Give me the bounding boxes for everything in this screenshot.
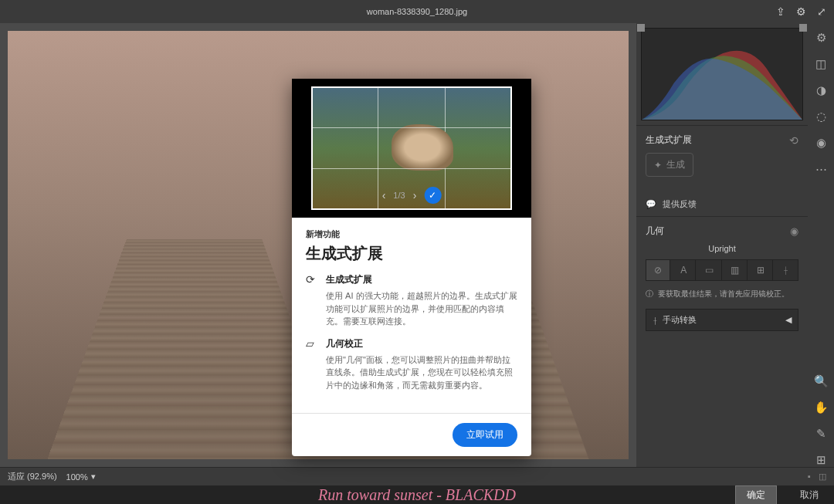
filename: woman-8338390_1280.jpg <box>367 7 467 16</box>
feature-title: 几何校正 <box>326 337 517 350</box>
section-title: 生成式扩展 <box>646 134 692 147</box>
try-now-button[interactable]: 立即试用 <box>453 423 517 447</box>
gear-icon[interactable]: ⚙ <box>796 5 806 18</box>
crop-icon[interactable]: ◫ <box>815 57 826 71</box>
sparkle-icon: ✦ <box>654 160 662 171</box>
watermark: Run toward sunset - BLACKDD <box>318 486 516 504</box>
cancel-button[interactable]: 取消 <box>800 489 819 502</box>
feature-title: 生成式扩展 <box>326 273 517 286</box>
redeye-icon[interactable]: ◉ <box>816 136 826 150</box>
expand-icon[interactable]: ◀ <box>785 315 792 325</box>
upright-level[interactable]: ▭ <box>697 260 721 280</box>
upright-off[interactable]: ⊘ <box>646 260 670 280</box>
feature-item: ▱ 几何校正 使用"几何"面板，您可以调整照片的扭曲并帮助拉直线条。借助生成式扩… <box>306 337 517 392</box>
hand-icon[interactable]: ✋ <box>814 401 829 414</box>
zoom-control[interactable]: 100% ▾ <box>66 472 96 482</box>
crop-overlay: ‹ 1/3 › ✓ <box>311 86 512 210</box>
sampler-icon[interactable]: ✎ <box>816 427 826 441</box>
upright-label: Upright <box>646 244 798 253</box>
dialog-footer: Run toward sunset - BLACKDD 确定 取消 <box>0 485 834 504</box>
manual-transform-row[interactable]: ⟊ 手动转换 ◀ <box>646 309 798 331</box>
title-bar: woman-8338390_1280.jpg ⇪ ⚙ ⤢ <box>0 0 834 23</box>
prev-icon[interactable]: ‹ <box>382 189 386 201</box>
view-single-icon[interactable]: ▪ <box>808 472 811 482</box>
histogram[interactable] <box>641 28 803 120</box>
feature-item: ⟳ 生成式扩展 使用 AI 的强大功能，超越照片的边界。生成式扩展功能可以扩展照… <box>306 273 517 328</box>
clip-warning-highlights[interactable] <box>799 24 807 32</box>
upright-vertical[interactable]: ▥ <box>724 260 748 280</box>
tool-rail: ⚙ ◫ ◑ ◌ ◉ ⋯ 🔍 ✋ ✎ ⊞ <box>808 23 834 467</box>
geometry-section: 几何 ◉ Upright ⊘ A ▭ ▥ ⊞ ⟊ ⓘ 要获取最佳结果，请首先应用… <box>636 216 808 339</box>
visibility-icon[interactable]: ◉ <box>790 225 798 237</box>
adjust-icon[interactable]: ⚙ <box>816 31 826 45</box>
generate-icon: ⟳ <box>306 273 318 328</box>
chevron-down-icon: ▾ <box>91 472 96 482</box>
export-icon[interactable]: ⇪ <box>776 5 785 18</box>
preset-icon[interactable]: ⋯ <box>815 162 827 176</box>
chat-icon: 💬 <box>646 199 656 209</box>
feature-desc: 使用 AI 的强大功能，超越照片的边界。生成式扩展功能可以扩展照片的边界，并使用… <box>326 289 517 328</box>
tooltip-nav: ‹ 1/3 › ✓ <box>382 187 442 204</box>
section-title: 几何 <box>646 225 664 238</box>
status-bar: 适应 (92.9%) 100% ▾ ▪ ◫ <box>0 467 834 485</box>
feedback-link[interactable]: 💬 提供反馈 <box>636 192 808 216</box>
reset-icon[interactable]: ⟲ <box>789 134 798 147</box>
feature-tooltip: ‹ 1/3 › ✓ 新增功能 生成式扩展 ⟳ 生成式扩展 使用 AI 的强大功能… <box>292 79 531 456</box>
view-compare-icon[interactable]: ◫ <box>819 472 826 482</box>
geometry-note: ⓘ 要获取最佳结果，请首先应用镜校正。 <box>646 289 798 299</box>
topbar-actions: ⇪ ⚙ ⤢ <box>776 5 826 18</box>
generate-button[interactable]: ✦ 生成 <box>646 153 693 177</box>
tooltip-preview: ‹ 1/3 › ✓ <box>292 79 531 218</box>
mask-icon[interactable]: ◌ <box>816 110 826 123</box>
geometry-icon: ▱ <box>306 337 318 392</box>
fullscreen-icon[interactable]: ⤢ <box>817 5 826 18</box>
ok-button[interactable]: 确定 <box>735 485 777 505</box>
fit-zoom[interactable]: 适应 (92.9%) <box>8 471 57 482</box>
feature-desc: 使用"几何"面板，您可以调整照片的扭曲并帮助拉直线条。借助生成式扩展，您现在可以… <box>326 353 517 392</box>
gen-expand-section: 生成式扩展 ⟲ ✦ 生成 <box>636 125 808 184</box>
clip-warning-shadows[interactable] <box>637 24 645 32</box>
transform-icon: ⟊ <box>653 316 658 325</box>
upright-guided[interactable]: ⟊ <box>775 260 798 280</box>
heal-icon[interactable]: ◑ <box>816 83 826 97</box>
nav-counter: 1/3 <box>393 191 405 200</box>
zoom-icon[interactable]: 🔍 <box>814 374 829 388</box>
upright-modes: ⊘ A ▭ ▥ ⊞ ⟊ <box>646 259 798 281</box>
next-icon[interactable]: › <box>413 189 417 201</box>
adjustments-panel: 生成式扩展 ⟲ ✦ 生成 💬 提供反馈 几何 ◉ Upright ⊘ A ▭ ▥ <box>636 23 808 467</box>
tooltip-tag: 新增功能 <box>306 228 517 240</box>
canvas[interactable]: ‹ 1/3 › ✓ 新增功能 生成式扩展 ⟳ 生成式扩展 使用 AI 的强大功能… <box>0 23 636 467</box>
sample-subject <box>392 124 453 171</box>
tooltip-title: 生成式扩展 <box>306 243 517 264</box>
info-icon: ⓘ <box>646 289 653 299</box>
upright-auto[interactable]: A <box>672 260 696 280</box>
accept-icon[interactable]: ✓ <box>424 187 441 204</box>
upright-full[interactable]: ⊞ <box>749 260 773 280</box>
grid-icon[interactable]: ⊞ <box>816 453 826 467</box>
